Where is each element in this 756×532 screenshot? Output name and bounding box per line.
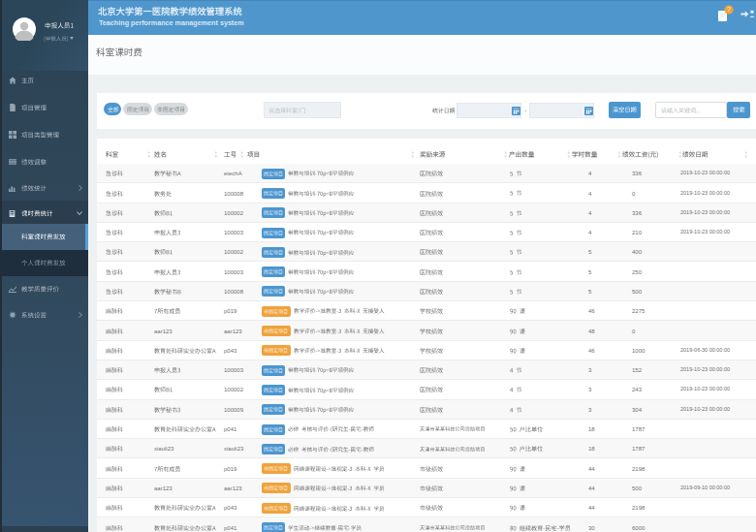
svg-text:?: ?: [727, 6, 731, 13]
